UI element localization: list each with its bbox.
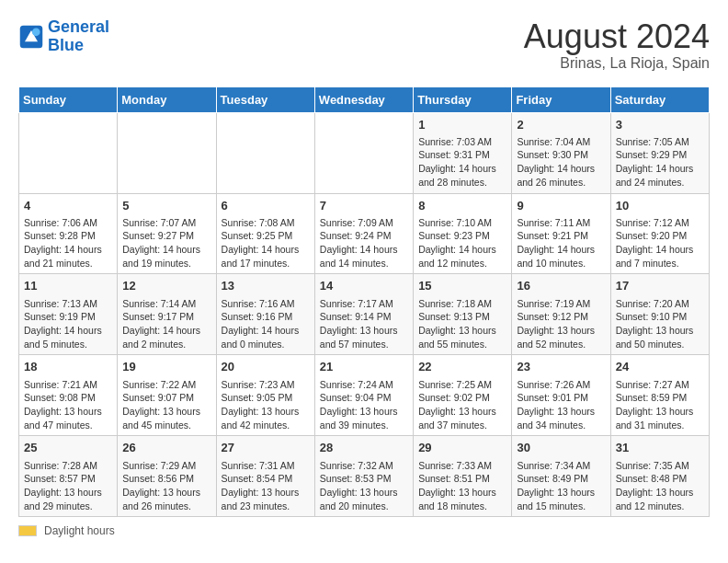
day-info: Sunrise: 7:16 AM Sunset: 9:16 PM Dayligh… [222,297,310,351]
day-info: Sunrise: 7:04 AM Sunset: 9:30 PM Dayligh… [517,135,605,190]
calendar-cell: 8Sunrise: 7:10 AM Sunset: 9:23 PM Daylig… [414,193,512,274]
day-info: Sunrise: 7:09 AM Sunset: 9:24 PM Dayligh… [320,216,408,270]
daylight-label: Daylight hours [44,524,115,537]
day-info: Sunrise: 7:10 AM Sunset: 9:23 PM Dayligh… [418,216,506,270]
logo-icon [18,24,44,50]
day-info: Sunrise: 7:08 AM Sunset: 9:25 PM Dayligh… [222,216,310,270]
calendar-week-4: 18Sunrise: 7:21 AM Sunset: 9:08 PM Dayli… [19,355,710,436]
calendar-cell: 15Sunrise: 7:18 AM Sunset: 9:13 PM Dayli… [414,274,512,355]
logo: General Blue [18,18,109,55]
weekday-header-wednesday: Wednesday [314,86,413,112]
day-number: 22 [418,359,506,375]
logo-line1: General [48,17,109,36]
day-number: 25 [24,440,112,456]
calendar-cell: 19Sunrise: 7:22 AM Sunset: 9:07 PM Dayli… [118,355,216,436]
page-header: General Blue August 2024 Brinas, La Rioj… [18,18,710,72]
calendar-cell: 4Sunrise: 7:06 AM Sunset: 9:28 PM Daylig… [19,193,118,274]
svg-point-2 [32,28,40,36]
calendar-cell: 6Sunrise: 7:08 AM Sunset: 9:25 PM Daylig… [216,193,314,274]
day-info: Sunrise: 7:27 AM Sunset: 8:59 PM Dayligh… [616,378,704,432]
calendar-cell: 5Sunrise: 7:07 AM Sunset: 9:27 PM Daylig… [118,193,216,274]
day-number: 17 [616,278,704,294]
day-info: Sunrise: 7:31 AM Sunset: 8:54 PM Dayligh… [222,459,310,513]
calendar-body: 1Sunrise: 7:03 AM Sunset: 9:31 PM Daylig… [19,112,710,517]
calendar-cell: 24Sunrise: 7:27 AM Sunset: 8:59 PM Dayli… [610,355,709,436]
title-block: August 2024 Brinas, La Rioja, Spain [524,18,710,72]
day-number: 28 [320,440,408,456]
calendar-cell: 27Sunrise: 7:31 AM Sunset: 8:54 PM Dayli… [216,436,314,517]
calendar-cell: 29Sunrise: 7:33 AM Sunset: 8:51 PM Dayli… [414,436,512,517]
day-info: Sunrise: 7:25 AM Sunset: 9:02 PM Dayligh… [418,378,506,432]
day-number: 3 [616,117,704,133]
day-info: Sunrise: 7:26 AM Sunset: 9:01 PM Dayligh… [517,378,605,432]
calendar-cell [216,112,314,193]
calendar-cell: 18Sunrise: 7:21 AM Sunset: 9:08 PM Dayli… [19,355,118,436]
calendar-cell: 25Sunrise: 7:28 AM Sunset: 8:57 PM Dayli… [19,436,118,517]
day-number: 5 [122,198,210,214]
day-number: 8 [418,198,506,214]
calendar-cell: 7Sunrise: 7:09 AM Sunset: 9:24 PM Daylig… [314,193,413,274]
day-number: 24 [616,359,704,375]
calendar-cell: 12Sunrise: 7:14 AM Sunset: 9:17 PM Dayli… [118,274,216,355]
calendar-cell: 16Sunrise: 7:19 AM Sunset: 9:12 PM Dayli… [512,274,610,355]
day-number: 30 [517,440,605,456]
day-number: 26 [122,440,210,456]
day-number: 27 [222,440,310,456]
day-info: Sunrise: 7:12 AM Sunset: 9:20 PM Dayligh… [616,216,704,270]
calendar-cell: 30Sunrise: 7:34 AM Sunset: 8:49 PM Dayli… [512,436,610,517]
logo-text: General Blue [48,18,109,55]
footer-note: Daylight hours [18,524,710,537]
day-info: Sunrise: 7:18 AM Sunset: 9:13 PM Dayligh… [418,297,506,351]
weekday-header-monday: Monday [118,86,216,112]
calendar-cell: 2Sunrise: 7:04 AM Sunset: 9:30 PM Daylig… [512,112,610,193]
day-number: 15 [418,278,506,294]
day-number: 23 [517,359,605,375]
day-number: 1 [418,117,506,133]
day-number: 20 [222,359,310,375]
calendar-cell: 22Sunrise: 7:25 AM Sunset: 9:02 PM Dayli… [414,355,512,436]
day-number: 4 [24,198,112,214]
day-number: 29 [418,440,506,456]
calendar-table: SundayMondayTuesdayWednesdayThursdayFrid… [18,86,710,518]
day-number: 16 [517,278,605,294]
day-info: Sunrise: 7:20 AM Sunset: 9:10 PM Dayligh… [616,297,704,351]
calendar-cell: 21Sunrise: 7:24 AM Sunset: 9:04 PM Dayli… [314,355,413,436]
day-number: 9 [517,198,605,214]
day-info: Sunrise: 7:06 AM Sunset: 9:28 PM Dayligh… [24,216,112,270]
calendar-cell: 20Sunrise: 7:23 AM Sunset: 9:05 PM Dayli… [216,355,314,436]
day-number: 31 [616,440,704,456]
calendar-cell: 11Sunrise: 7:13 AM Sunset: 9:19 PM Dayli… [19,274,118,355]
calendar-week-2: 4Sunrise: 7:06 AM Sunset: 9:28 PM Daylig… [19,193,710,274]
calendar-cell: 3Sunrise: 7:05 AM Sunset: 9:29 PM Daylig… [610,112,709,193]
day-info: Sunrise: 7:29 AM Sunset: 8:56 PM Dayligh… [122,459,210,513]
day-number: 12 [122,278,210,294]
day-number: 11 [24,278,112,294]
day-info: Sunrise: 7:34 AM Sunset: 8:49 PM Dayligh… [517,459,605,513]
calendar-cell: 31Sunrise: 7:35 AM Sunset: 8:48 PM Dayli… [610,436,709,517]
day-number: 7 [320,198,408,214]
calendar-cell: 23Sunrise: 7:26 AM Sunset: 9:01 PM Dayli… [512,355,610,436]
calendar-week-3: 11Sunrise: 7:13 AM Sunset: 9:19 PM Dayli… [19,274,710,355]
calendar-cell: 1Sunrise: 7:03 AM Sunset: 9:31 PM Daylig… [414,112,512,193]
day-number: 14 [320,278,408,294]
logo-line2: Blue [48,36,84,54]
day-info: Sunrise: 7:21 AM Sunset: 9:08 PM Dayligh… [24,378,112,432]
day-info: Sunrise: 7:28 AM Sunset: 8:57 PM Dayligh… [24,459,112,513]
calendar-cell: 13Sunrise: 7:16 AM Sunset: 9:16 PM Dayli… [216,274,314,355]
calendar-cell: 14Sunrise: 7:17 AM Sunset: 9:14 PM Dayli… [314,274,413,355]
day-info: Sunrise: 7:24 AM Sunset: 9:04 PM Dayligh… [320,378,408,432]
calendar-cell: 26Sunrise: 7:29 AM Sunset: 8:56 PM Dayli… [118,436,216,517]
calendar-cell: 9Sunrise: 7:11 AM Sunset: 9:21 PM Daylig… [512,193,610,274]
page-subtitle: Brinas, La Rioja, Spain [524,55,710,72]
day-number: 19 [122,359,210,375]
day-info: Sunrise: 7:07 AM Sunset: 9:27 PM Dayligh… [122,216,210,270]
calendar-week-1: 1Sunrise: 7:03 AM Sunset: 9:31 PM Daylig… [19,112,710,193]
calendar-cell: 28Sunrise: 7:32 AM Sunset: 8:53 PM Dayli… [314,436,413,517]
calendar-cell [19,112,118,193]
weekday-header-friday: Friday [512,86,610,112]
day-number: 13 [222,278,310,294]
day-number: 21 [320,359,408,375]
calendar-cell: 17Sunrise: 7:20 AM Sunset: 9:10 PM Dayli… [610,274,709,355]
day-info: Sunrise: 7:03 AM Sunset: 9:31 PM Dayligh… [418,135,506,190]
day-info: Sunrise: 7:22 AM Sunset: 9:07 PM Dayligh… [122,378,210,432]
